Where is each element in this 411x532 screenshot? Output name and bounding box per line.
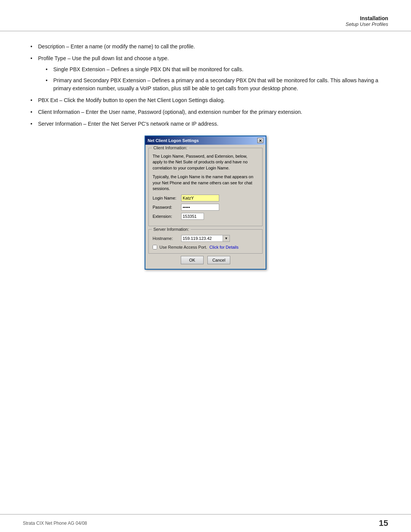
header-subtitle: Setup User Profiles bbox=[346, 21, 388, 27]
server-info-group-title: Server Information: bbox=[152, 227, 191, 232]
sub-list-item: Primary and Secondary PBX Extension – De… bbox=[46, 77, 381, 93]
list-item: Client Information – Enter the User name… bbox=[30, 108, 381, 116]
main-content: Description – Enter a name (or modify th… bbox=[0, 39, 411, 514]
extension-row: Extension: bbox=[153, 213, 258, 220]
remote-access-row: Use Remote Access Port. Click for Detail… bbox=[153, 245, 258, 249]
extension-input[interactable] bbox=[181, 213, 204, 220]
header-right: Installation Setup User Profiles bbox=[346, 15, 388, 27]
sub-list-item: Single PBX Extension – Defines a single … bbox=[46, 66, 381, 73]
close-icon[interactable]: ✕ bbox=[257, 138, 263, 143]
hostname-row: Hostname: ▼ bbox=[153, 235, 258, 242]
list-item: PBX Ext – Click the Modify button to ope… bbox=[30, 96, 381, 104]
client-info-group: Client Information: The Login Name, Pass… bbox=[148, 148, 263, 226]
password-input[interactable] bbox=[181, 204, 219, 211]
dialog-wrapper: Net Client Logon Settings ✕ Client Infor… bbox=[30, 136, 381, 270]
server-info-group: Server Information: Hostname: ▼ Use Remo… bbox=[148, 229, 263, 254]
main-bullet-list: Description – Enter a name (or modify th… bbox=[30, 43, 381, 128]
client-info-text1: The Login Name, Password, and Extension,… bbox=[153, 153, 258, 171]
header-title: Installation bbox=[346, 15, 388, 21]
page-container: Installation Setup User Profiles Descrip… bbox=[0, 0, 411, 532]
client-info-group-title: Client Information: bbox=[152, 145, 189, 150]
ok-button[interactable]: OK bbox=[181, 256, 204, 264]
password-row: Password: bbox=[153, 204, 258, 211]
login-name-label: Login Name: bbox=[153, 195, 181, 201]
remote-access-checkbox[interactable] bbox=[153, 245, 157, 249]
password-label: Password: bbox=[153, 204, 181, 210]
footer-section: Strata CIX Net Phone AG 04/08 15 bbox=[0, 514, 411, 532]
login-name-input[interactable] bbox=[181, 195, 219, 201]
list-item: Description – Enter a name (or modify th… bbox=[30, 43, 381, 51]
dialog-body: Client Information: The Login Name, Pass… bbox=[145, 145, 266, 269]
remote-access-label: Use Remote Access Port. bbox=[159, 245, 207, 249]
footer-page-number: 15 bbox=[379, 518, 388, 528]
list-item: Profile Type – Use the pull down list an… bbox=[30, 54, 381, 93]
list-item: Server Information – Enter the Net Serve… bbox=[30, 120, 381, 128]
cancel-button[interactable]: Cancel bbox=[207, 256, 230, 264]
sub-bullet-list: Single PBX Extension – Defines a single … bbox=[46, 66, 381, 93]
dialog-title: Net Client Logon Settings bbox=[148, 138, 199, 143]
hostname-input[interactable] bbox=[181, 235, 223, 242]
dialog-buttons: OK Cancel bbox=[148, 254, 263, 266]
net-client-logon-dialog: Net Client Logon Settings ✕ Client Infor… bbox=[145, 136, 266, 270]
footer-left-text: Strata CIX Net Phone AG 04/08 bbox=[23, 521, 87, 526]
hostname-label: Hostname: bbox=[153, 236, 181, 241]
click-for-details-link[interactable]: Click for Details bbox=[209, 245, 238, 249]
header-section: Installation Setup User Profiles bbox=[0, 0, 411, 31]
hostname-dropdown-icon[interactable]: ▼ bbox=[223, 235, 230, 242]
login-name-row: Login Name: bbox=[153, 195, 258, 201]
client-info-content: The Login Name, Password, and Extension,… bbox=[153, 153, 258, 220]
dialog-titlebar: Net Client Logon Settings ✕ bbox=[145, 136, 266, 145]
client-info-text2: Typically, the Login Name is the name th… bbox=[153, 174, 258, 192]
extension-label: Extension: bbox=[153, 214, 181, 219]
